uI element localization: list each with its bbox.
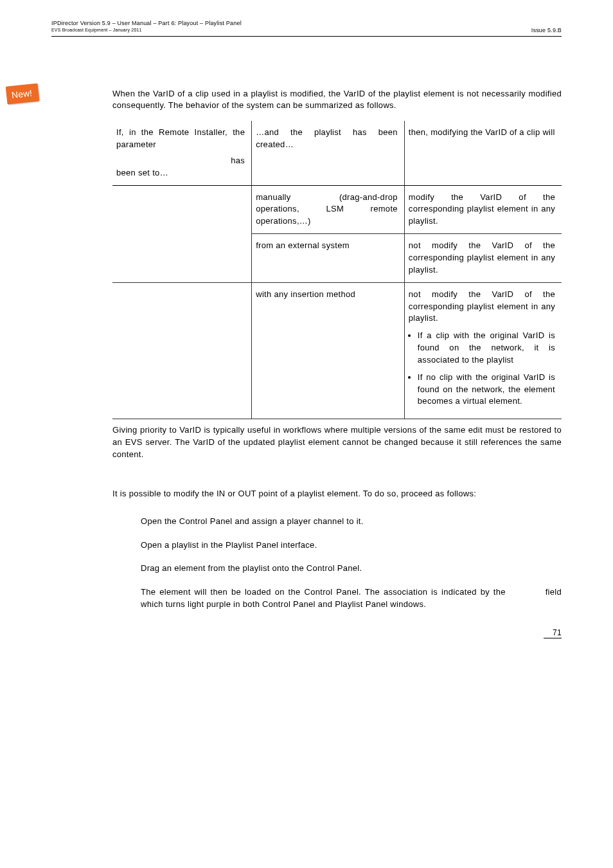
table-cell: manually (drag-and-drop operations, LSM …: [252, 185, 405, 234]
behavior-table: If, in the Remote Installer, the paramet…: [112, 121, 562, 419]
step-item: Open the Control Panel and assign a play…: [141, 516, 562, 528]
new-tag: New!: [6, 83, 40, 104]
table-head-col1: If, in the Remote Installer, the paramet…: [112, 121, 252, 185]
table-row: from an external system not modify the V…: [112, 234, 562, 283]
table-head-col3: then, modifying the VarID of a clip will: [404, 121, 562, 185]
header-title: IPDirector Version 5.9 – User Manual – P…: [51, 19, 242, 27]
header-subtitle: EVS Broadcast Equipment – January 2011: [51, 27, 242, 33]
table-row: manually (drag-and-drop operations, LSM …: [112, 185, 562, 234]
intro-paragraph: When the VarID of a clip used in a playl…: [112, 88, 562, 113]
section-intro: It is possible to modify the IN or OUT p…: [112, 488, 562, 500]
step-item: The element will then be loaded on the C…: [141, 586, 562, 611]
table-cell: not modify the VarID of the correspondin…: [404, 234, 562, 283]
table-cell: modify the VarID of the corresponding pl…: [404, 185, 562, 234]
page-header: IPDirector Version 5.9 – User Manual – P…: [51, 19, 562, 33]
table-row: with any insertion method not modify the…: [112, 282, 562, 419]
table-head-col2: …and the playlist has been created…: [252, 121, 405, 185]
table-header-row: If, in the Remote Installer, the paramet…: [112, 121, 562, 185]
header-rule: [51, 36, 562, 37]
after-table-paragraph: Giving priority to VarID is typically us…: [112, 424, 562, 461]
table-cell: not modify the VarID of the correspondin…: [404, 282, 562, 419]
table-cell: with any insertion method: [252, 282, 405, 419]
table-cell: from an external system: [252, 234, 405, 283]
table-bullet: If no clip with the original VarID is fo…: [418, 372, 555, 408]
step-item: Drag an element from the playlist onto t…: [141, 563, 562, 575]
steps-block: Open the Control Panel and assign a play…: [141, 516, 562, 611]
page-number: 71: [544, 628, 562, 638]
header-issue: Issue 5.9.B: [531, 27, 562, 33]
step-item: Open a playlist in the Playlist Panel in…: [141, 539, 562, 552]
page-footer: 71: [112, 628, 562, 638]
table-bullet: If a clip with the original VarID is fou…: [418, 330, 555, 366]
